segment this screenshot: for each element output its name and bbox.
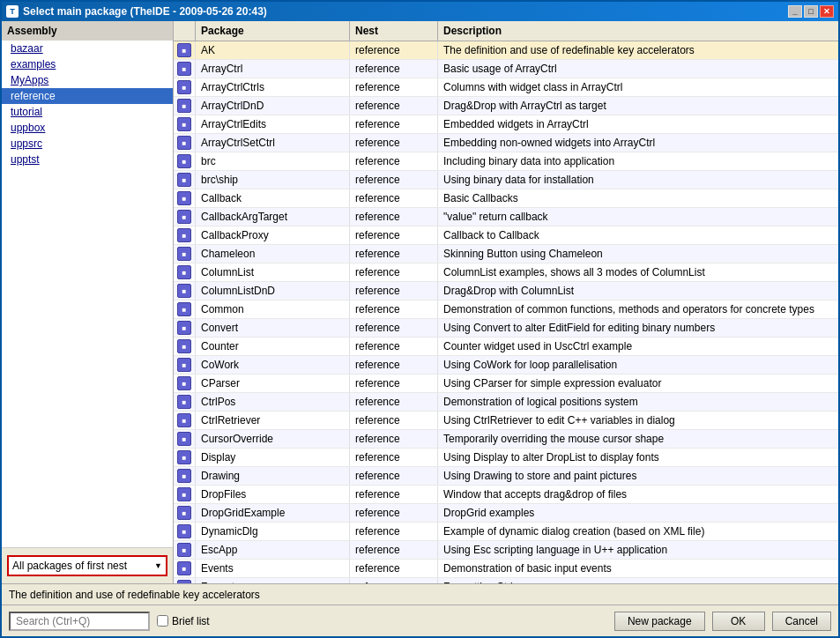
package-desc: Drag&Drop with ArrayCtrl as target	[438, 97, 838, 115]
nest-dropdown-wrapper[interactable]: All packages of first nestFirst package …	[7, 555, 167, 576]
brief-list-text: Brief list	[172, 615, 210, 627]
table-row[interactable]: ■EscAppreferenceUsing Esc scripting lang…	[174, 541, 838, 560]
main-window: T Select main package (TheIDE - 2009-05-…	[0, 0, 840, 638]
package-icon: ■	[177, 543, 191, 557]
ok-button[interactable]: OK	[712, 612, 765, 631]
package-desc: Using Convert to alter EditField for edi…	[438, 319, 838, 337]
table-row[interactable]: ■CtrlPosreferenceDemonstration of logica…	[174, 393, 838, 412]
table-row[interactable]: ■DynamicDlgreferenceExample of dynamic d…	[174, 523, 838, 541]
package-table[interactable]: ■AKreferenceThe definition and use of re…	[174, 41, 838, 583]
close-button[interactable]: ✕	[820, 5, 834, 18]
assembly-list[interactable]: AssemblybazaarexamplesMyAppsreferencetut…	[2, 21, 173, 547]
minimize-button[interactable]: _	[788, 5, 802, 18]
col-icon	[174, 21, 196, 41]
table-row[interactable]: ■CursorOverridereferenceTemporarily over…	[174, 430, 838, 449]
package-nest: reference	[350, 504, 438, 522]
table-row[interactable]: ■DisplayreferenceUsing Display to alter …	[174, 449, 838, 467]
maximize-button[interactable]: □	[804, 5, 818, 18]
table-row[interactable]: ■CtrlRetrieverreferenceUsing CtrlRetriev…	[174, 412, 838, 430]
right-panel: Package Nest Description ■AKreferenceThe…	[174, 21, 838, 583]
table-row[interactable]: ■ConvertreferenceUsing Convert to alter …	[174, 319, 838, 338]
package-nest: reference	[350, 523, 438, 540]
package-icon-cell: ■	[174, 134, 196, 152]
package-name: brc	[196, 152, 350, 170]
package-name: CursorOverride	[196, 430, 350, 448]
package-icon-cell: ■	[174, 412, 196, 429]
package-icon-cell: ■	[174, 375, 196, 392]
table-row[interactable]: ■brc\shipreferenceUsing binary data for …	[174, 171, 838, 189]
table-row[interactable]: ■CounterreferenceCounter widget used in …	[174, 338, 838, 356]
table-row[interactable]: ■ArrayCtrlCtrlsreferenceColumns with wid…	[174, 78, 838, 97]
brief-list-checkbox[interactable]	[157, 615, 168, 627]
sidebar-item-bazaar[interactable]: bazaar	[2, 41, 173, 56]
table-row[interactable]: ■brcreferenceIncluding binary data into …	[174, 152, 838, 171]
table-row[interactable]: ■ArrayCtrlSetCtrlreferenceEmbedding non-…	[174, 134, 838, 152]
package-icon-cell: ■	[174, 560, 196, 577]
table-row[interactable]: ■ColumnListreferenceColumnList examples,…	[174, 263, 838, 282]
package-icon: ■	[177, 450, 191, 464]
package-icon: ■	[177, 469, 191, 483]
package-icon: ■	[177, 339, 191, 353]
sidebar-item-uppsrc[interactable]: uppsrc	[2, 136, 173, 152]
package-nest: reference	[350, 226, 438, 244]
cancel-button[interactable]: Cancel	[772, 612, 831, 631]
table-row[interactable]: ■DropFilesreferenceWindow that accepts d…	[174, 486, 838, 504]
table-row[interactable]: ■CallbackreferenceBasic Callbacks	[174, 189, 838, 208]
title-bar: T Select main package (TheIDE - 2009-05-…	[2, 2, 838, 21]
package-nest: reference	[350, 356, 438, 374]
table-row[interactable]: ■CallbackProxyreferenceCallback to Callb…	[174, 226, 838, 245]
table-row[interactable]: ■ChameleonreferenceSkinning Button using…	[174, 245, 838, 263]
package-icon: ■	[177, 80, 191, 94]
package-icon-cell: ■	[174, 523, 196, 540]
table-row[interactable]: ■ArrayCtrlEditsreferenceEmbedded widgets…	[174, 115, 838, 134]
new-package-button[interactable]: New package	[614, 612, 705, 631]
sidebar-item-uppbox[interactable]: uppbox	[2, 120, 173, 136]
package-icon-cell: ■	[174, 263, 196, 281]
package-nest: reference	[350, 41, 438, 59]
package-desc: Using binary data for installation	[438, 171, 838, 189]
package-nest: reference	[350, 152, 438, 170]
table-row[interactable]: ■CallbackArgTargetreference"value" retur…	[174, 208, 838, 226]
package-desc: Demonstration of logical positions syste…	[438, 393, 838, 411]
package-icon: ■	[177, 210, 191, 224]
package-icon: ■	[177, 136, 191, 150]
package-icon-cell: ■	[174, 226, 196, 244]
table-row[interactable]: ■DrawingreferenceUsing Drawing to store …	[174, 467, 838, 486]
package-icon-cell: ■	[174, 338, 196, 355]
package-desc: Using CtrlRetriever to edit C++ variable…	[438, 412, 838, 429]
package-nest: reference	[350, 375, 438, 392]
package-desc: Using Esc scripting language in U++ appl…	[438, 541, 838, 559]
table-row[interactable]: ■ArrayCtrlreferenceBasic usage of ArrayC…	[174, 60, 838, 78]
sidebar-item-MyApps[interactable]: MyApps	[2, 72, 173, 88]
col-nest[interactable]: Nest	[350, 21, 438, 41]
table-row[interactable]: ■DropGridExamplereferenceDropGrid exampl…	[174, 504, 838, 523]
package-name: brc\ship	[196, 171, 350, 189]
package-icon-cell: ■	[174, 171, 196, 189]
sidebar-item-upptst[interactable]: upptst	[2, 152, 173, 167]
package-icon-cell: ■	[174, 356, 196, 374]
col-package[interactable]: Package	[196, 21, 350, 41]
table-row[interactable]: ■ArrayCtrlDnDreferenceDrag&Drop with Arr…	[174, 97, 838, 115]
brief-list-label[interactable]: Brief list	[157, 615, 210, 627]
package-desc: Basic Callbacks	[438, 189, 838, 207]
package-icon: ■	[177, 62, 191, 76]
table-row[interactable]: ■CommonreferenceDemonstration of common …	[174, 300, 838, 319]
package-name: CtrlPos	[196, 393, 350, 411]
sidebar-item-reference[interactable]: reference	[2, 88, 173, 104]
nest-dropdown[interactable]: All packages of first nestFirst package …	[9, 557, 166, 575]
table-row[interactable]: ■AKreferenceThe definition and use of re…	[174, 41, 838, 60]
package-desc: Columns with widget class in ArrayCtrl	[438, 78, 838, 96]
package-icon-cell: ■	[174, 282, 196, 300]
table-row[interactable]: ■ColumnListDnDreferenceDrag&Drop with Co…	[174, 282, 838, 300]
package-desc: Embedding non-owned widgets into ArrayCt…	[438, 134, 838, 152]
table-row[interactable]: ■CParserreferenceUsing CParser for simpl…	[174, 375, 838, 393]
table-row[interactable]: ■EventsreferenceDemonstration of basic i…	[174, 560, 838, 578]
search-input[interactable]	[9, 612, 150, 631]
col-description[interactable]: Description	[438, 21, 838, 41]
sidebar-item-tutorial[interactable]: tutorial	[2, 104, 173, 120]
package-name: CtrlRetriever	[196, 412, 350, 429]
table-row[interactable]: ■CoWorkreferenceUsing CoWork for loop pa…	[174, 356, 838, 375]
package-icon-cell: ■	[174, 430, 196, 448]
sidebar-item-examples[interactable]: examples	[2, 56, 173, 72]
package-name: CoWork	[196, 356, 350, 374]
